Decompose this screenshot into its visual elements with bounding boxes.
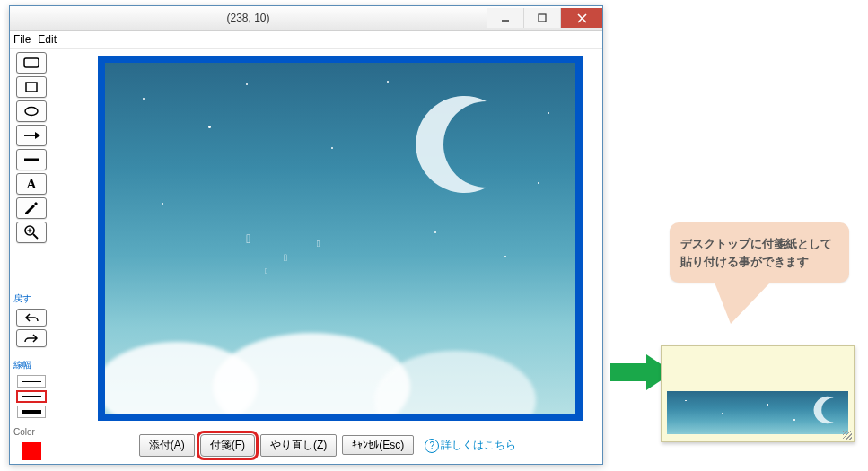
minimize-button[interactable] — [487, 8, 523, 28]
undo-button[interactable] — [16, 309, 47, 327]
moon-icon — [411, 91, 519, 198]
svg-line-11 — [33, 234, 38, 239]
linewidth-thin[interactable] — [17, 375, 46, 388]
maximize-button[interactable] — [523, 8, 560, 28]
tool-line[interactable] — [16, 149, 47, 170]
window-controls — [487, 8, 602, 28]
menu-edit[interactable]: Edit — [38, 33, 57, 46]
canvas-image[interactable]: 𓅯 𓅯 𓅯 𓅯 — [105, 63, 575, 414]
ellipse-icon — [23, 106, 39, 117]
window-title: (238, 10) — [10, 12, 487, 24]
color-section-label: Color — [13, 427, 49, 437]
svg-point-6 — [25, 108, 38, 116]
redo-icon — [24, 333, 39, 344]
undo-icon — [24, 312, 39, 323]
close-button[interactable] — [560, 8, 602, 28]
redo-button[interactable] — [16, 329, 47, 347]
bottom-toolbar: 添付(A) 付箋(F) やり直し(Z) ｷｬﾝｾﾙ(Esc) ?詳しくはこちら — [53, 432, 602, 458]
tool-pencil[interactable] — [16, 197, 47, 219]
sticky-button[interactable]: 付箋(F) — [200, 434, 255, 457]
svg-rect-5 — [26, 83, 37, 92]
square-icon — [25, 82, 38, 92]
tool-ellipse[interactable] — [16, 100, 47, 122]
linewidth-options — [13, 375, 49, 418]
color-swatch[interactable] — [22, 442, 41, 460]
linewidth-medium[interactable] — [16, 390, 47, 403]
linewidth-thick[interactable] — [17, 406, 46, 418]
tool-zoom[interactable] — [16, 222, 47, 243]
editor-window: (238, 10) File Edit — [9, 5, 603, 465]
canvas-area: 𓅯 𓅯 𓅯 𓅯 添付(A) 付箋(F) やり直し(Z) ｷｬﾝｾﾙ(Esc) ?… — [53, 48, 602, 464]
pencil-icon — [24, 201, 39, 215]
arrow-icon — [22, 131, 40, 140]
sticky-note[interactable] — [661, 345, 855, 442]
magnifier-icon — [24, 225, 39, 240]
canvas-frame: 𓅯 𓅯 𓅯 𓅯 — [98, 56, 583, 421]
callout: デスクトップに付箋紙として 貼り付ける事ができます — [670, 222, 849, 324]
callout-line1: デスクトップに付箋紙として — [680, 235, 838, 253]
attach-button[interactable]: 添付(A) — [139, 434, 195, 457]
rectangle-icon — [23, 57, 39, 68]
help-link[interactable]: ?詳しくはこちら — [425, 438, 516, 453]
text-icon: A — [27, 177, 37, 192]
svg-marker-8 — [35, 132, 40, 139]
tool-rectangle[interactable] — [16, 52, 47, 74]
help-link-text: 詳しくはこちら — [441, 439, 516, 451]
callout-line2: 貼り付ける事ができます — [680, 253, 838, 271]
callout-box: デスクトップに付箋紙として 貼り付ける事ができます — [670, 222, 849, 283]
svg-rect-1 — [539, 14, 546, 22]
cancel-button[interactable]: ｷｬﾝｾﾙ(Esc) — [342, 435, 414, 455]
left-toolbar: A 戻す 線幅 Color — [10, 48, 53, 464]
resize-grip-icon[interactable] — [843, 431, 852, 440]
linewidth-section-label: 線幅 — [13, 359, 49, 371]
content-area: A 戻す 線幅 Color — [10, 48, 602, 464]
menubar: File Edit — [10, 31, 602, 49]
titlebar[interactable]: (238, 10) — [10, 6, 602, 31]
svg-rect-4 — [24, 58, 39, 67]
undo2-button[interactable]: やり直し(Z) — [260, 434, 337, 457]
help-icon: ? — [425, 439, 439, 453]
undo-section-label: 戻す — [13, 292, 49, 305]
sticky-note-image — [667, 391, 848, 434]
callout-tail — [715, 283, 770, 324]
line-icon — [22, 157, 40, 162]
menu-file[interactable]: File — [13, 33, 31, 46]
tool-arrow[interactable] — [16, 125, 47, 146]
tool-square[interactable] — [16, 76, 47, 98]
tool-text[interactable]: A — [16, 173, 47, 195]
